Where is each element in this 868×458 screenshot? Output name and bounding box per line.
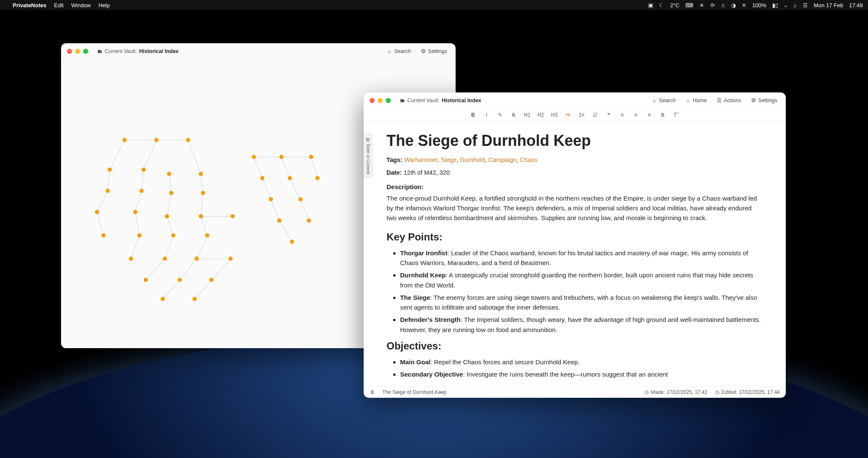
close-button[interactable]	[370, 98, 375, 103]
graph-node[interactable]	[186, 138, 190, 142]
maximize-button[interactable]	[83, 49, 88, 54]
graph-node[interactable]	[106, 189, 110, 193]
tag-link[interactable]: Siege	[441, 156, 456, 163]
graph-node[interactable]	[315, 176, 320, 180]
graph-node[interactable]	[199, 214, 203, 218]
graph-node[interactable]	[201, 191, 205, 195]
graph-node[interactable]	[108, 168, 112, 172]
extra-icon-2[interactable]: ✕	[742, 2, 746, 8]
menu-edit[interactable]: Edit	[54, 2, 63, 8]
graph-edge	[108, 170, 110, 191]
graph-node[interactable]	[279, 155, 284, 159]
tag-link[interactable]: Campaign	[488, 156, 516, 163]
graph-node[interactable]	[129, 257, 133, 261]
highlight-button[interactable]: ✎	[495, 112, 505, 118]
kp-text: : A strategically crucial stronghold gua…	[400, 271, 753, 288]
graph-node[interactable]	[269, 197, 273, 201]
file-button[interactable]: 🗎	[658, 112, 668, 118]
clear-format-button[interactable]: T˟	[672, 112, 681, 118]
graph-node[interactable]	[101, 233, 106, 237]
objectives-header: Objectives:	[387, 338, 763, 354]
align-right-button[interactable]: ≡	[645, 112, 654, 118]
graph-node[interactable]	[122, 138, 127, 142]
graph-node[interactable]	[133, 210, 137, 214]
graph-edge	[169, 174, 172, 193]
graph-node[interactable]	[199, 172, 203, 176]
italic-button[interactable]: I	[482, 112, 491, 118]
tag-link[interactable]: Chaos	[520, 156, 537, 163]
align-center-button[interactable]: ≡	[631, 112, 640, 118]
document-content[interactable]: The Siege of Durnhold Keep Tags: Warhamm…	[364, 121, 786, 386]
strikethrough-button[interactable]: S	[509, 112, 518, 118]
graph-node[interactable]	[142, 168, 146, 172]
h3-button[interactable]: H3	[550, 112, 559, 118]
graph-node[interactable]	[154, 138, 159, 142]
graph-node[interactable]	[178, 278, 182, 282]
align-left-button[interactable]: ≡	[618, 112, 627, 118]
tag-link[interactable]: Warhammer	[404, 156, 437, 163]
graph-window-header[interactable]: 🖿 Current Vault: Historical Index ⌕ Sear…	[61, 43, 456, 59]
search-button[interactable]: ⌕ Search	[384, 47, 414, 56]
settings-button[interactable]: ⚙ Settings	[418, 47, 450, 56]
menu-window[interactable]: Window	[71, 2, 91, 8]
bold-button[interactable]: B	[468, 112, 478, 118]
editor-window-header[interactable]: 🖿 Current Vault: Historical Index ⌕Searc…	[364, 92, 786, 109]
graph-node[interactable]	[309, 155, 313, 159]
graph-node[interactable]	[139, 189, 144, 193]
graph-node[interactable]	[228, 257, 233, 261]
checklist-button[interactable]: ☑	[590, 112, 600, 118]
home-button[interactable]: ⌂Home	[682, 96, 709, 105]
settings-button[interactable]: ⚙Settings	[748, 96, 780, 105]
h2-button[interactable]: H2	[536, 112, 545, 118]
graph-node[interactable]	[205, 233, 209, 237]
maximize-button[interactable]	[386, 98, 391, 103]
gear-icon: ⚙	[420, 48, 426, 54]
actions-button[interactable]: ☰Actions	[714, 96, 744, 105]
toc-tab[interactable]: ▤ Table of Content	[364, 133, 373, 178]
tag-link[interactable]: Durnhold	[460, 156, 485, 163]
graph-node[interactable]	[307, 218, 311, 223]
minimize-button[interactable]	[378, 98, 383, 103]
graph-node[interactable]	[277, 218, 281, 223]
minimize-button[interactable]	[75, 49, 80, 54]
graph-node[interactable]	[165, 214, 169, 218]
app-name[interactable]: PrivateNotes	[13, 2, 46, 8]
graph-node[interactable]	[260, 176, 264, 180]
menu-help[interactable]: Help	[98, 2, 110, 8]
graph-node[interactable]	[231, 214, 235, 218]
control-center-icon[interactable]: ☰	[803, 2, 808, 8]
file-icon: 🗎	[370, 389, 376, 395]
bullet-list-button[interactable]: •≡	[563, 112, 573, 118]
graph-node[interactable]	[171, 233, 175, 237]
search-button[interactable]: ⌕Search	[649, 96, 679, 105]
numbered-list-button[interactable]: 1≡	[577, 112, 586, 118]
graph-node[interactable]	[192, 297, 197, 301]
graph-node[interactable]	[252, 155, 256, 159]
graph-node[interactable]	[195, 257, 199, 261]
graph-node[interactable]	[288, 176, 292, 180]
graph-node[interactable]	[298, 197, 303, 201]
graph-node[interactable]	[290, 240, 294, 244]
extra-icon-1[interactable]: ◑	[731, 2, 736, 8]
battery-icon[interactable]: ▮▯	[772, 2, 778, 8]
graph-node[interactable]	[144, 278, 148, 282]
graph-node[interactable]	[161, 297, 165, 301]
graph-node[interactable]	[209, 278, 214, 282]
graph-node[interactable]	[137, 233, 142, 237]
clock-icon[interactable]: ⟳	[710, 2, 715, 8]
menubar-date: Mon 17 Feb	[814, 2, 843, 8]
weather-icon[interactable]: ☾	[659, 2, 664, 8]
graph-node[interactable]	[167, 172, 171, 176]
close-button[interactable]	[67, 49, 72, 54]
brightness-icon[interactable]: ☀	[699, 2, 704, 8]
keyboard-icon[interactable]: ⌨	[685, 2, 693, 8]
graph-node[interactable]	[95, 210, 99, 214]
wifi-icon[interactable]: ⌵	[784, 2, 787, 8]
graph-node[interactable]	[163, 257, 167, 261]
screen-mirror-icon[interactable]: ▣	[648, 2, 653, 8]
spotlight-icon[interactable]: ⌕	[793, 2, 797, 8]
graph-node[interactable]	[169, 191, 173, 195]
h1-button[interactable]: H1	[523, 112, 532, 118]
quote-button[interactable]: ❝	[604, 112, 613, 118]
headphones-icon[interactable]: ♫	[721, 2, 725, 8]
